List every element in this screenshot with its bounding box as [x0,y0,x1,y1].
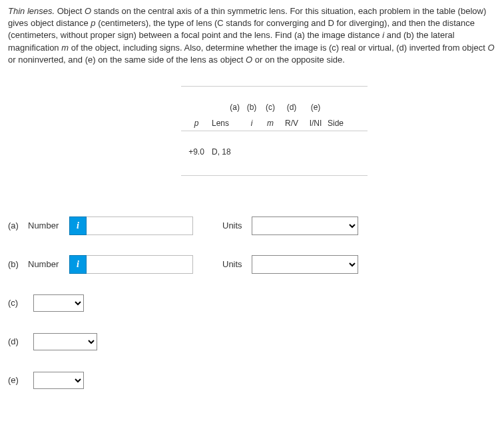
th-d: (d) [280,103,304,112]
units-label-a: Units [222,221,242,230]
table-header-sub: p Lens i m R/V I/NI Side [181,115,496,131]
th-p: p [181,119,212,128]
label-c: (c) [8,298,28,308]
problem-statement: Thin lenses. Object O stands on the cent… [8,5,496,66]
th-i: i [242,119,261,128]
answer-row-e: (e) [8,370,496,390]
th-a: (a) [181,103,242,112]
answers-section: (a) Number i Units (b) Number i Units (c… [8,216,496,390]
select-e[interactable] [33,372,84,389]
answer-row-c: (c) [8,293,496,313]
label-d: (d) [8,336,28,346]
td-p: +9.0 [181,147,212,157]
th-ini: I/NI [304,119,328,128]
th-m: m [261,119,280,128]
table-header-top: (a) (b) (c) (d) (e) [181,99,496,115]
th-rv: R/V [280,119,304,128]
info-icon[interactable]: i [69,255,87,274]
units-select-b[interactable] [252,255,358,274]
th-lens: Lens [212,119,242,128]
answer-row-a: (a) Number i Units [8,216,496,236]
select-c[interactable] [33,294,84,312]
label-e: (e) [8,375,28,385]
answer-row-d: (d) [8,332,496,352]
table-row: +9.0 D, 18 [181,143,496,159]
select-d[interactable] [33,333,97,350]
info-icon[interactable]: i [69,217,87,235]
label-a: (a) [8,221,28,230]
td-lens: D, 18 [212,147,242,157]
lead-italic: Thin lenses. [8,6,55,16]
units-select-a[interactable] [252,217,358,235]
th-side: Side [328,119,352,128]
data-table: (a) (b) (c) (d) (e) p Lens i m R/V I/NI … [181,86,496,176]
number-input-wrap-a: i [69,217,193,235]
number-input-b[interactable] [87,255,193,274]
answer-row-b: (b) Number i Units [8,254,496,274]
th-e: (e) [304,103,328,112]
label-b: (b) [8,259,28,269]
th-c: (c) [261,103,280,112]
kind-b: Number [28,259,69,269]
units-label-b: Units [222,259,242,269]
number-input-a[interactable] [87,217,193,235]
kind-a: Number [28,221,69,230]
number-input-wrap-b: i [69,255,193,274]
th-b: (b) [242,103,261,112]
